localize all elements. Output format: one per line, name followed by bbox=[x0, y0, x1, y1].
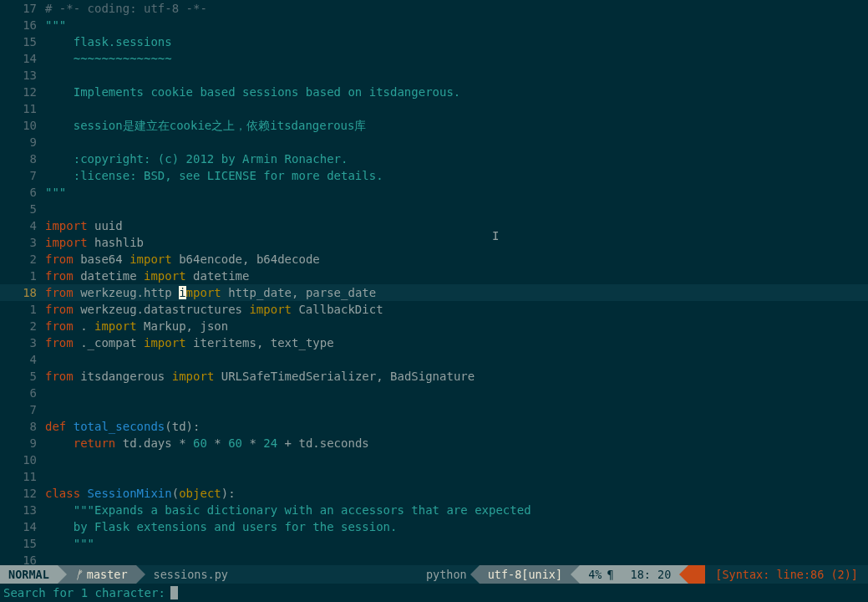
kw-import: import bbox=[129, 253, 172, 266]
separator-icon bbox=[470, 565, 480, 584]
code-text: CallbackDict bbox=[292, 303, 383, 316]
line-number: 14 bbox=[0, 50, 45, 67]
number: 60 bbox=[228, 436, 242, 450]
line-number: 16 bbox=[0, 552, 45, 565]
line-break-icon: ¶ bbox=[607, 565, 613, 584]
class-name: SessionMixin bbox=[80, 487, 172, 500]
mode-segment: NORMAL bbox=[0, 565, 58, 584]
percent-segment: 4% ¶ bbox=[580, 565, 622, 584]
number: 24 bbox=[263, 436, 277, 450]
line-number: 6 bbox=[0, 184, 45, 201]
line-number: 7 bbox=[0, 401, 45, 418]
kw-from: from bbox=[45, 269, 74, 283]
line-number: 1 bbox=[0, 301, 45, 318]
code-text: . bbox=[74, 319, 94, 333]
kw-def: def bbox=[45, 420, 66, 433]
warning-icon bbox=[688, 565, 705, 584]
line-number: 5 bbox=[0, 368, 45, 385]
code-text: datetime bbox=[186, 269, 250, 283]
code-text: by Flask extensions and users for the se… bbox=[45, 520, 397, 533]
line-number: 10 bbox=[0, 452, 45, 468]
code-text: ): bbox=[221, 487, 236, 500]
code-text: hashlib bbox=[88, 236, 144, 249]
cursor-char: i bbox=[179, 286, 185, 299]
line-number: 4 bbox=[0, 351, 45, 368]
code-text: * bbox=[207, 436, 228, 450]
code-text: (td): bbox=[165, 420, 200, 433]
kw-from: from bbox=[45, 253, 74, 266]
kw-from: from bbox=[45, 370, 74, 383]
code-text: http_date, parse_date bbox=[221, 286, 376, 299]
line-number: 15 bbox=[0, 33, 45, 50]
line-number: 9 bbox=[0, 134, 45, 150]
kw-return: return bbox=[74, 436, 116, 450]
code-text: ( bbox=[172, 487, 179, 500]
command-prompt: Search for 1 character: bbox=[3, 584, 165, 602]
separator-icon bbox=[136, 565, 145, 584]
kw-import: import bbox=[94, 319, 137, 333]
code-text: datetime bbox=[74, 269, 144, 283]
kw-import: import bbox=[249, 303, 292, 316]
kw-from: from bbox=[45, 336, 74, 349]
line-number: 7 bbox=[0, 167, 45, 184]
line-number: 13 bbox=[0, 502, 45, 518]
line-number: 10 bbox=[0, 117, 45, 134]
code-text: flask.sessions bbox=[45, 35, 172, 48]
line-number: 4 bbox=[0, 217, 45, 234]
branch-segment: ᚠmaster bbox=[67, 565, 136, 584]
status-line: NORMAL ᚠmaster sessions.py python utf-8[… bbox=[0, 565, 868, 584]
branch-icon: ᚠ bbox=[75, 565, 82, 584]
line-number: 15 bbox=[0, 535, 45, 552]
code-text: itsdangerous bbox=[74, 370, 172, 383]
code-text: + td.seconds bbox=[277, 436, 369, 450]
line-number: 3 bbox=[0, 234, 45, 251]
code-text: base64 bbox=[74, 253, 129, 266]
line-number: 1 bbox=[0, 268, 45, 284]
code-text: ._compat bbox=[74, 336, 144, 349]
line-number: 2 bbox=[0, 318, 45, 334]
code-text: b64encode, b64decode bbox=[172, 253, 320, 266]
kw-from: from bbox=[45, 303, 74, 316]
func-name: total_seconds bbox=[66, 420, 165, 433]
line-number: 11 bbox=[0, 468, 45, 485]
line-number: 5 bbox=[0, 201, 45, 217]
kw-import: import bbox=[172, 370, 215, 383]
editor-pane[interactable]: 17# -*- coding: utf-8 -*- 16""" 15 flask… bbox=[0, 0, 868, 565]
line-number: 8 bbox=[0, 418, 45, 435]
line-number: 8 bbox=[0, 150, 45, 167]
filename-segment: sessions.py bbox=[145, 565, 236, 584]
code-text: werkzeug.http bbox=[74, 286, 179, 299]
line-number: 12 bbox=[0, 84, 45, 100]
line-number: 3 bbox=[0, 334, 45, 351]
code-text: :license: BSD, see LICENSE for more deta… bbox=[45, 169, 383, 182]
encoding-segment: utf-8[unix] bbox=[480, 565, 571, 584]
kw-import: import bbox=[144, 269, 186, 283]
code-text: """ bbox=[45, 186, 66, 199]
builtin-type: object bbox=[179, 487, 221, 500]
position-segment: 18: 20 bbox=[622, 565, 680, 584]
separator-icon bbox=[58, 565, 67, 584]
separator-icon bbox=[679, 565, 688, 584]
line-number: 2 bbox=[0, 251, 45, 268]
line-number: 14 bbox=[0, 518, 45, 535]
code-text: """ bbox=[45, 18, 66, 32]
code-text: """Expands a basic dictionary with an ac… bbox=[45, 503, 531, 517]
command-line[interactable]: Search for 1 character: bbox=[0, 584, 868, 602]
separator-icon bbox=[571, 565, 580, 584]
kw-from: from bbox=[45, 319, 74, 333]
code-text: werkzeug.datastructures bbox=[74, 303, 250, 316]
code-text: URLSafeTimedSerializer, BadSignature bbox=[214, 370, 475, 383]
kw-import: import bbox=[45, 219, 88, 232]
code-text: :copyright: (c) 2012 by Armin Ronacher. bbox=[45, 152, 348, 166]
line-number: 12 bbox=[0, 485, 45, 502]
kw-import: import bbox=[144, 336, 186, 349]
code-text: Implements cookie based sessions based o… bbox=[45, 85, 460, 99]
line-number: 9 bbox=[0, 435, 45, 452]
code-text: iteritems, text_type bbox=[186, 336, 334, 349]
code-text bbox=[45, 436, 74, 450]
code-text: uuid bbox=[88, 219, 123, 232]
code-text: ~~~~~~~~~~~~~~ bbox=[45, 52, 172, 65]
line-number: 16 bbox=[0, 17, 45, 33]
code-text: """ bbox=[45, 537, 94, 550]
command-cursor bbox=[170, 586, 178, 599]
